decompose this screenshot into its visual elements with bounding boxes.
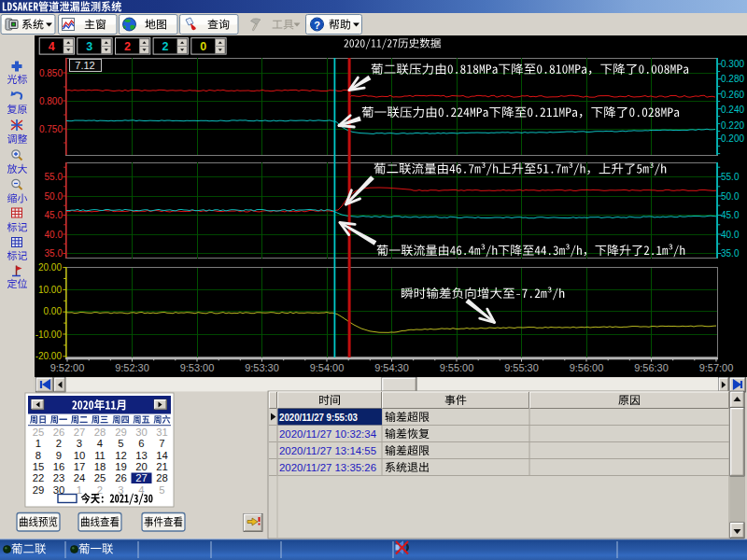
- svg-text:1: 1: [77, 484, 82, 496]
- svg-text:7: 7: [159, 438, 164, 449]
- svg-text:4: 4: [49, 40, 55, 53]
- svg-text:14: 14: [156, 450, 168, 461]
- svg-text:7.12: 7.12: [75, 60, 94, 71]
- svg-text:6: 6: [138, 438, 144, 449]
- svg-text:3: 3: [118, 484, 123, 496]
- svg-text:9:52:00: 9:52:00: [50, 362, 85, 373]
- svg-text:13: 13: [135, 450, 148, 461]
- svg-text:0.200: 0.200: [721, 133, 744, 144]
- svg-text:2020/11/27 9:55:03: 2020/11/27 9:55:03: [279, 412, 358, 423]
- svg-text:29: 29: [115, 427, 127, 438]
- svg-text:4: 4: [97, 438, 103, 449]
- svg-text:16: 16: [53, 461, 65, 472]
- svg-text:2020/11/27 13:35:26: 2020/11/27 13:35:26: [279, 462, 376, 473]
- svg-text:0.300: 0.300: [721, 59, 744, 69]
- svg-text:17: 17: [74, 461, 86, 472]
- svg-text:35.0: 35.0: [45, 248, 63, 259]
- svg-text:9:55:00: 9:55:00: [440, 362, 474, 373]
- svg-text:31: 31: [156, 427, 168, 438]
- svg-text:2: 2: [124, 40, 131, 53]
- svg-text:40.0: 40.0: [45, 230, 63, 240]
- svg-text:9:53:00: 9:53:00: [180, 362, 215, 373]
- svg-text:25: 25: [33, 427, 45, 438]
- svg-text:50.0: 50.0: [721, 191, 740, 202]
- svg-text:3: 3: [86, 40, 92, 53]
- svg-text:19: 19: [115, 461, 127, 472]
- svg-text:0.260: 0.260: [721, 90, 744, 100]
- svg-text:18: 18: [94, 461, 106, 472]
- svg-text:30: 30: [135, 427, 148, 438]
- svg-text:5: 5: [159, 484, 164, 496]
- svg-text:0: 0: [200, 40, 206, 53]
- svg-text:9:54:30: 9:54:30: [374, 362, 409, 373]
- svg-text:23: 23: [53, 472, 65, 483]
- svg-text:28: 28: [156, 472, 168, 483]
- svg-text:24: 24: [74, 472, 86, 483]
- svg-text:50.0: 50.0: [45, 191, 63, 202]
- svg-text:2020/11/27 10:32:34: 2020/11/27 10:32:34: [279, 428, 377, 440]
- svg-text:0.800: 0.800: [39, 96, 63, 106]
- svg-text:?: ?: [314, 20, 320, 31]
- svg-text:27: 27: [74, 427, 86, 438]
- svg-text:9:52:30: 9:52:30: [115, 362, 149, 373]
- svg-text:35.0: 35.0: [721, 248, 740, 259]
- svg-text:9:57:00: 9:57:00: [699, 362, 734, 373]
- svg-text:29: 29: [33, 484, 45, 496]
- svg-text:26: 26: [53, 427, 65, 438]
- svg-text:2: 2: [56, 438, 62, 449]
- svg-text:0.850: 0.850: [39, 68, 63, 78]
- svg-text:45.0: 45.0: [721, 210, 740, 220]
- svg-text:11: 11: [94, 450, 106, 461]
- svg-text:9: 9: [56, 450, 62, 461]
- svg-text:26: 26: [115, 472, 127, 483]
- svg-text:27: 27: [135, 472, 148, 483]
- svg-text:0.750: 0.750: [39, 124, 63, 134]
- svg-text:9:53:30: 9:53:30: [245, 362, 279, 373]
- svg-text:0.280: 0.280: [721, 74, 744, 84]
- svg-text:20.00: 20.00: [38, 262, 62, 273]
- svg-text:55.0: 55.0: [721, 172, 740, 182]
- svg-text:45.0: 45.0: [45, 210, 63, 220]
- svg-text:28: 28: [94, 427, 106, 438]
- svg-text:1: 1: [35, 438, 41, 449]
- svg-text:3: 3: [77, 438, 82, 449]
- svg-text:8: 8: [35, 450, 41, 461]
- svg-text:0.00: 0.00: [44, 306, 63, 316]
- svg-text:9:56:30: 9:56:30: [634, 362, 669, 373]
- svg-text:-20.00: -20.00: [35, 351, 63, 361]
- svg-text:4: 4: [138, 484, 144, 496]
- svg-text:2: 2: [162, 40, 169, 53]
- svg-text:2: 2: [97, 484, 103, 496]
- svg-text:55.0: 55.0: [45, 172, 63, 182]
- svg-text:10: 10: [74, 450, 86, 461]
- svg-text:25: 25: [94, 472, 106, 483]
- svg-text:15: 15: [33, 461, 45, 472]
- svg-text:9:56:00: 9:56:00: [570, 362, 604, 373]
- svg-text:12: 12: [115, 450, 127, 461]
- svg-text:2020/11/27 13:14:55: 2020/11/27 13:14:55: [279, 445, 376, 456]
- svg-text:9:55:30: 9:55:30: [504, 362, 539, 373]
- svg-text:-10.00: -10.00: [35, 329, 63, 340]
- svg-text:10.00: 10.00: [38, 285, 62, 295]
- svg-text:0.240: 0.240: [721, 105, 744, 115]
- svg-text:22: 22: [33, 472, 45, 483]
- svg-text:5: 5: [118, 438, 123, 449]
- svg-text:0.220: 0.220: [721, 120, 744, 131]
- svg-text:21: 21: [156, 461, 168, 472]
- svg-text:9:54:00: 9:54:00: [310, 362, 345, 373]
- svg-text:20: 20: [135, 461, 148, 472]
- svg-text:40.0: 40.0: [721, 230, 740, 240]
